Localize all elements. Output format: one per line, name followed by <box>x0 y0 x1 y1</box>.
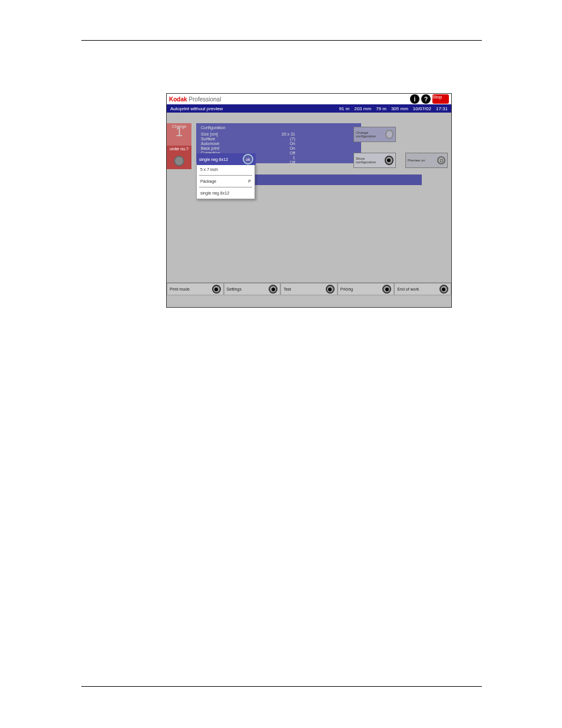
config-value: (?) <box>272 137 295 141</box>
order-indicator[interactable] <box>167 153 191 169</box>
kodak-screenshot: Kodak Professional i ? Stop Autoprint wi… <box>166 93 452 308</box>
order-number: 1 <box>167 129 191 136</box>
dropdown-selected[interactable]: single neg 8x12 ok <box>197 153 256 165</box>
paper1-size: 203 mm <box>354 106 371 111</box>
knob-icon <box>385 130 394 139</box>
config-value: 1 <box>272 156 295 160</box>
date-label: 10/07/02 <box>413 106 431 111</box>
knob-icon <box>269 285 277 294</box>
footer-bar: Print mode Settings Test Pricing End of … <box>167 282 451 295</box>
paper1-length: 91 m <box>339 106 349 111</box>
brand-main: Kodak <box>169 96 187 103</box>
dropdown-item[interactable]: single neg 8x12 <box>197 187 254 199</box>
ok-button[interactable]: ok <box>243 154 253 164</box>
config-value: On <box>272 141 295 146</box>
knob-icon <box>382 285 391 294</box>
end-of-work-button[interactable]: End of work <box>394 283 451 295</box>
left-sidebar: Change 1 order no.? <box>167 123 191 169</box>
print-mode-button[interactable]: Print mode <box>167 283 224 295</box>
config-value: 20 x 31 <box>272 132 295 137</box>
mode-label: Autoprint without preview <box>170 106 223 111</box>
config-value: Off <box>272 160 295 165</box>
paper2-length: 79 m <box>376 106 386 111</box>
pricing-button[interactable]: Pricing <box>338 283 395 295</box>
preview-button[interactable]: Preview on <box>405 153 448 168</box>
show-config-button[interactable]: Show configuration <box>353 153 396 168</box>
knob-icon <box>439 285 448 294</box>
order-label: order no.? <box>167 146 191 153</box>
format-dropdown[interactable]: single neg 8x12 ok 5 x 7 inch Package P … <box>196 163 255 199</box>
knob-icon <box>385 156 394 165</box>
dropdown-item[interactable]: 5 x 7 inch <box>197 164 254 175</box>
config-row: Surface <box>201 137 248 141</box>
config-row: Size [cm] <box>201 132 248 137</box>
config-row: Back print <box>201 146 248 151</box>
status-bar: Autoprint without preview 91 m 203 mm 79… <box>167 104 451 113</box>
config-stripe <box>255 174 422 185</box>
knob-icon <box>326 285 335 294</box>
main-area: Change 1 order no.? Configuration Size [… <box>167 113 451 295</box>
square-icon <box>437 156 445 164</box>
config-value: On <box>272 146 295 151</box>
time-label: 17:31 <box>436 106 448 111</box>
info-icon[interactable]: i <box>410 94 419 104</box>
brand-sub: Professional <box>189 96 221 103</box>
config-title: Configuration <box>201 126 356 130</box>
stop-button[interactable]: Stop <box>432 94 449 104</box>
change-button[interactable]: Change 1 <box>167 123 191 146</box>
change-config-button[interactable]: Change configuration <box>353 127 396 142</box>
help-icon[interactable]: ? <box>421 94 431 104</box>
knob-icon <box>212 285 221 294</box>
config-value: Off <box>272 151 295 156</box>
config-row: Automove <box>201 141 248 146</box>
paper2-size: 305 mm <box>391 106 408 111</box>
brand-logo: Kodak Professional <box>169 96 221 103</box>
dropdown-item[interactable]: Package P <box>197 176 254 187</box>
settings-button[interactable]: Settings <box>224 283 281 295</box>
test-button[interactable]: Test <box>280 283 338 295</box>
header-bar: Kodak Professional i ? Stop <box>167 94 451 104</box>
